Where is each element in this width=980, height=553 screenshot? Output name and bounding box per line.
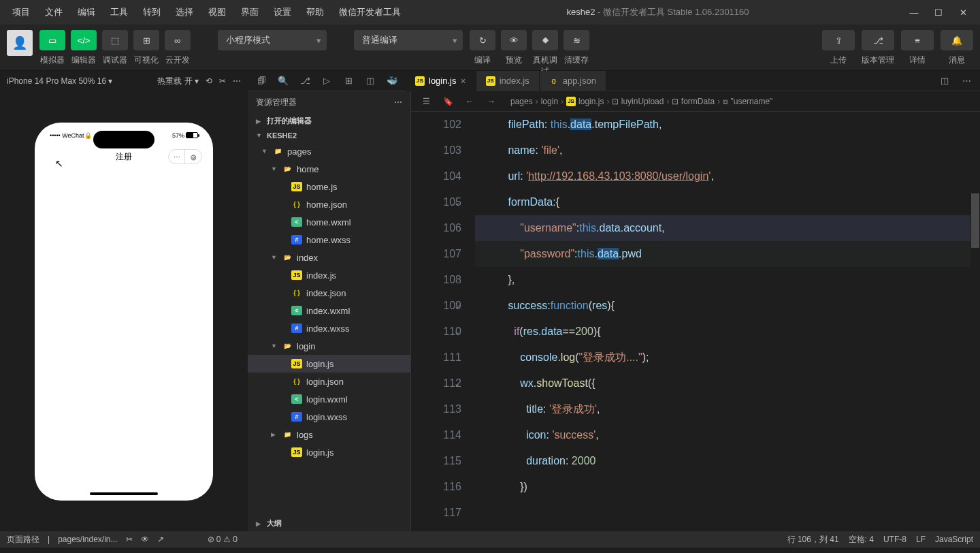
device-selector[interactable]: iPhone 14 Pro Max 50% 16 ▾: [7, 76, 112, 86]
eol[interactable]: LF: [916, 534, 926, 546]
maximize-button[interactable]: ☐: [932, 6, 945, 18]
breadcrumb-bar: ☰ 🔖 ← → pages›login›JS login.js›⊡ luyinU…: [411, 91, 980, 112]
section-open-editors[interactable]: ▶打开的编辑器: [248, 113, 410, 129]
phone-frame: ••••• WeChat🔒 57% 注册 ⋯◎ ↖: [35, 123, 213, 501]
titlebar: 项目文件编辑工具转到选择视图界面设置帮助微信开发者工具 keshe2 - 微信开…: [0, 0, 980, 25]
tree-home.wxml[interactable]: <home.wxml: [248, 213, 410, 231]
compile-button[interactable]: ↻: [470, 30, 495, 50]
tree-login.wxml[interactable]: <login.wxml: [248, 390, 410, 408]
clear-cache-button[interactable]: ≋: [564, 30, 589, 50]
tree-index.wxml[interactable]: <index.wxml: [248, 302, 410, 319]
section-outline[interactable]: ▶大纲: [248, 516, 410, 531]
breadcrumb-2[interactable]: JS login.js: [566, 97, 604, 106]
main-menu: 项目文件编辑工具转到选择视图界面设置帮助微信开发者工具: [5, 3, 408, 21]
capsule-button[interactable]: ⋯◎: [168, 149, 202, 164]
indent-setting[interactable]: 空格: 4: [849, 534, 874, 546]
sb-eye-icon[interactable]: 👁: [141, 535, 149, 544]
debugger-button[interactable]: ⬚: [102, 30, 128, 50]
tree-login.js[interactable]: JSlogin.js: [248, 443, 410, 461]
tree-login[interactable]: ▼📂login: [248, 337, 410, 355]
diagnostics[interactable]: ⊘ 0 ⚠ 0: [208, 535, 238, 544]
breadcrumb-3[interactable]: ⊡ luyinUpload: [612, 97, 664, 106]
visual-button[interactable]: ⊞: [133, 30, 159, 50]
list-icon[interactable]: ☰: [416, 92, 436, 111]
explorer-more-icon[interactable]: ⋯: [394, 97, 402, 107]
split-icon[interactable]: ◫: [361, 72, 380, 91]
debug-icon[interactable]: ▷: [317, 72, 336, 91]
sim-more-icon[interactable]: ⋯: [233, 76, 241, 86]
tab-login.js[interactable]: JSlogin.js×: [406, 71, 476, 91]
tree-index.wxss[interactable]: #index.wxss: [248, 319, 410, 337]
minimize-button[interactable]: —: [908, 6, 920, 18]
ext-icon[interactable]: ⊞: [339, 72, 358, 91]
sim-cut-icon[interactable]: ✂: [219, 76, 226, 86]
preview-button[interactable]: 👁: [501, 30, 527, 50]
tree-index.js[interactable]: JSindex.js: [248, 266, 410, 284]
more-icon[interactable]: ⋯: [957, 72, 976, 91]
menu-视图[interactable]: 视图: [201, 3, 233, 21]
page-path-label[interactable]: 页面路径: [7, 534, 39, 546]
cloud-button[interactable]: ∞: [165, 30, 191, 50]
menu-编辑[interactable]: 编辑: [71, 3, 102, 21]
menu-帮助[interactable]: 帮助: [299, 3, 331, 21]
simulator-button[interactable]: ▭: [39, 30, 65, 50]
close-button[interactable]: ✕: [957, 6, 969, 18]
editor-button[interactable]: </>: [71, 30, 97, 50]
code-editor[interactable]: ☰ 🔖 ← → pages›login›JS login.js›⊡ luyinU…: [411, 91, 980, 531]
tree-home.wxss[interactable]: #home.wxss: [248, 231, 410, 249]
remote-debug-button[interactable]: ✹: [532, 30, 558, 50]
cursor-position[interactable]: 行 106，列 41: [787, 534, 839, 546]
menu-设置[interactable]: 设置: [267, 3, 298, 21]
sb-pin-icon[interactable]: ↗: [157, 535, 164, 544]
sb-scene-icon[interactable]: ✂: [126, 535, 133, 544]
rt-版本管理[interactable]: ⎇: [862, 30, 894, 50]
encoding[interactable]: UTF-8: [883, 534, 906, 546]
scm-icon[interactable]: ⎇: [295, 72, 314, 91]
menu-文件[interactable]: 文件: [38, 3, 69, 21]
route-label[interactable]: pages/index/in...: [58, 535, 117, 544]
tree-login.json[interactable]: { }login.json: [248, 373, 410, 390]
forward-icon[interactable]: →: [482, 92, 501, 111]
rt-消息[interactable]: 🔔: [941, 30, 973, 50]
tree-index.json[interactable]: { }index.json: [248, 284, 410, 302]
tree-pages[interactable]: ▼📁pages: [248, 142, 410, 160]
menu-项目[interactable]: 项目: [5, 3, 37, 21]
tree-home.json[interactable]: { }home.json: [248, 195, 410, 213]
breadcrumb-1[interactable]: login: [541, 97, 558, 106]
tree-home.js[interactable]: JShome.js: [248, 178, 410, 195]
sim-rotate-icon[interactable]: ⟲: [206, 76, 212, 86]
right-tools: ⇧上传⎇版本管理≡详情🔔消息: [822, 30, 973, 66]
rt-详情[interactable]: ≡: [901, 30, 934, 50]
docker-icon[interactable]: 🐳: [382, 72, 402, 91]
tree-home[interactable]: ▼📂home: [248, 160, 410, 178]
editor-scrollbar[interactable]: [970, 112, 980, 531]
tab-app.json[interactable]: {}app.json: [540, 71, 606, 91]
menu-工具[interactable]: 工具: [103, 3, 135, 21]
search-icon[interactable]: 🔍: [274, 72, 293, 91]
breadcrumb-4[interactable]: ⊡ formData: [672, 97, 715, 106]
split-editor-icon[interactable]: ◫: [935, 72, 954, 91]
window-controls: — ☐ ✕: [908, 6, 975, 18]
menu-转到[interactable]: 转到: [136, 3, 167, 21]
menu-选择[interactable]: 选择: [169, 3, 200, 21]
tree-login.wxss[interactable]: #login.wxss: [248, 408, 410, 426]
language-mode[interactable]: JavaScript: [935, 534, 973, 546]
project-avatar[interactable]: 👤: [7, 30, 33, 56]
breadcrumb-5[interactable]: ⧈ "username": [723, 97, 772, 106]
hot-reload-toggle[interactable]: 热重载 开 ▾: [157, 76, 199, 87]
home-indicator: [90, 492, 158, 495]
bookmark-icon[interactable]: 🔖: [438, 92, 457, 111]
menu-界面[interactable]: 界面: [234, 3, 265, 21]
compile-dropdown[interactable]: 普通编译: [354, 30, 463, 50]
tree-index[interactable]: ▼📂index: [248, 249, 410, 266]
tree-login.js[interactable]: JSlogin.js: [248, 355, 410, 373]
breadcrumb-0[interactable]: pages: [510, 97, 533, 106]
mode-dropdown[interactable]: 小程序模式: [218, 30, 327, 50]
rt-上传[interactable]: ⇧: [822, 30, 855, 50]
menu-微信开发者工具[interactable]: 微信开发者工具: [332, 3, 408, 21]
section-project[interactable]: ▼KESHE2: [248, 129, 410, 142]
back-icon[interactable]: ←: [460, 92, 479, 111]
explorer-icon[interactable]: 🗐: [252, 72, 271, 91]
tab-index.js[interactable]: JSindex.js: [476, 71, 540, 91]
tree-logs[interactable]: ▶📁logs: [248, 426, 410, 443]
